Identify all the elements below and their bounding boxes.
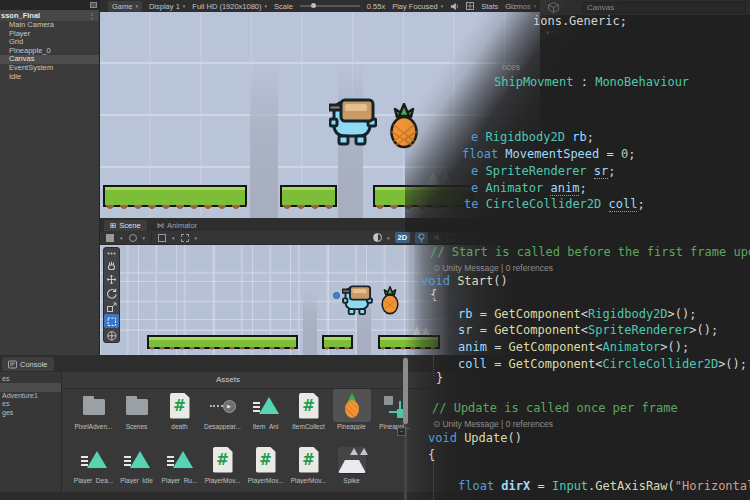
- asset-tile[interactable]: PlayerMov...: [244, 443, 287, 484]
- asset-label: PlayerMov...: [287, 477, 330, 484]
- asset-label: Spike: [330, 477, 373, 484]
- move-icon: [106, 274, 117, 285]
- tool-snap-icon[interactable]: [158, 234, 166, 242]
- scale-slider[interactable]: [300, 5, 360, 7]
- scene-root-row[interactable]: sson_Final ⋮: [0, 10, 99, 21]
- asset-tile[interactable]: Spike: [330, 443, 373, 484]
- asset-icon: [80, 393, 108, 419]
- project-tree-item[interactable]: es: [0, 375, 61, 383]
- hierarchy-item-label: Idle: [9, 72, 21, 81]
- tool-grid-icon[interactable]: [181, 234, 189, 242]
- display-dropdown[interactable]: Display 1 ▾: [149, 2, 185, 11]
- scale-icon: [106, 302, 117, 313]
- asset-icon: [252, 447, 280, 473]
- code-editor-overlay-top: [405, 0, 750, 232]
- project-tree-item[interactable]: [0, 383, 61, 391]
- asset-tile[interactable]: PlayerMov...: [287, 443, 330, 484]
- scene-tab-icon: ⊞: [110, 221, 116, 230]
- rotate-tool-button[interactable]: [104, 286, 119, 300]
- scale-value: 0.55x: [367, 2, 385, 11]
- shading-mode-icon[interactable]: [373, 233, 382, 242]
- rect-tool-icon: [106, 316, 117, 327]
- asset-label: Player_Ru...: [158, 477, 201, 484]
- asset-icon: [252, 393, 280, 419]
- grass-platform[interactable]: [322, 335, 353, 349]
- chevron-down-icon: ▾: [183, 3, 186, 9]
- asset-tile[interactable]: Pineapple: [330, 389, 373, 430]
- asset-tile[interactable]: PlayerMov...: [201, 443, 244, 484]
- tab-game-label: Game: [112, 2, 132, 11]
- chevron-down-icon: ▾: [120, 235, 123, 241]
- asset-label: ItemCollect: [287, 423, 330, 430]
- asset-label: PlayerMov...: [201, 477, 244, 484]
- panel-maximize-icon[interactable]: [90, 2, 97, 8]
- divider: [151, 233, 152, 243]
- grass-platform: [280, 185, 337, 207]
- asset-icon: [338, 393, 366, 419]
- scale-tool-button[interactable]: [104, 300, 119, 314]
- grass-platform: [103, 185, 247, 207]
- project-tree-item[interactable]: Adventure1: [0, 392, 61, 400]
- asset-grid-row1: PixelAdven... Scenes death Desappear... …: [72, 389, 416, 430]
- asset-grid-row2: Player_Dea... Player_Idle Player_Ru... P…: [72, 443, 373, 484]
- asset-tile[interactable]: ItemCollect: [287, 389, 330, 430]
- tab-console[interactable]: Console: [2, 357, 54, 371]
- project-tree: es Adventure1 es ges: [0, 372, 62, 492]
- move-handle-dot[interactable]: [333, 292, 340, 299]
- animator-tab-icon: ⋈: [157, 221, 165, 230]
- asset-label: PixelAdven...: [72, 423, 115, 430]
- view-options-button[interactable]: [104, 248, 119, 258]
- asset-label: death: [158, 423, 201, 430]
- move-tool-button[interactable]: [104, 272, 119, 286]
- breadcrumb[interactable]: Assets: [216, 375, 240, 384]
- resolution-dropdown[interactable]: Full HD (1920x1080) ▾: [192, 2, 267, 11]
- tool-global-icon[interactable]: [129, 234, 137, 242]
- more-menu-icon[interactable]: ⋮: [89, 10, 97, 21]
- hand-tool-button[interactable]: [104, 258, 119, 272]
- tab-animator[interactable]: ⋈ Animator: [151, 220, 204, 231]
- scene-tool-column: [103, 247, 120, 343]
- asset-tile[interactable]: Item_Ani: [244, 389, 287, 430]
- asset-label: PlayerMov...: [244, 477, 287, 484]
- tab-game[interactable]: Game ▾: [108, 1, 142, 12]
- asset-label: Item_Ani: [244, 423, 287, 430]
- scale-label: Scale: [274, 2, 293, 11]
- tab-scene[interactable]: ⊞ Scene: [104, 220, 147, 231]
- chevron-down-icon: ▾: [265, 3, 268, 9]
- asset-tile[interactable]: Scenes: [115, 389, 158, 430]
- chevron-down-icon: ▾: [172, 235, 175, 241]
- asset-tile[interactable]: death: [158, 389, 201, 430]
- scrollbar-thumb[interactable]: [403, 358, 408, 424]
- asset-label: Player_Idle: [115, 477, 158, 484]
- asset-tile[interactable]: PixelAdven...: [72, 389, 115, 430]
- project-tree-item[interactable]: es: [0, 400, 61, 408]
- asset-icon: [123, 393, 151, 419]
- asset-label: Scenes: [115, 423, 158, 430]
- asset-tile[interactable]: Player_Idle: [115, 443, 158, 484]
- hand-icon: [106, 260, 117, 271]
- tool-pivot-icon[interactable]: [106, 234, 114, 242]
- asset-tile[interactable]: Desappear...: [201, 389, 244, 430]
- scene-root-label: sson_Final: [1, 11, 40, 20]
- pineapple-sprite[interactable]: [380, 286, 400, 315]
- project-tree-item[interactable]: ges: [0, 409, 61, 417]
- rect-tool-button[interactable]: [104, 314, 119, 328]
- hierarchy-panel: sson_Final ⋮ Main Camera Player Grid Pin…: [0, 10, 100, 355]
- asset-label: Pineapple: [330, 423, 373, 430]
- chevron-down-icon: ▾: [143, 235, 146, 241]
- slider-knob[interactable]: [311, 3, 316, 8]
- chevron-down-icon: ▾: [135, 3, 138, 9]
- asset-icon: [166, 447, 194, 473]
- background-pillar: [303, 290, 317, 358]
- player-sprite[interactable]: [342, 282, 373, 316]
- asset-icon: [209, 393, 237, 419]
- asset-tile[interactable]: Player_Ru...: [158, 443, 201, 484]
- asset-tile[interactable]: Player_Dea...: [72, 443, 115, 484]
- asset-icon: [80, 447, 108, 473]
- asset-label: Player_Dea...: [72, 477, 115, 484]
- chevron-down-icon: ▾: [195, 235, 198, 241]
- transform-tool-button[interactable]: [104, 328, 119, 342]
- grass-platform[interactable]: [147, 335, 298, 349]
- hierarchy-item[interactable]: Idle: [0, 73, 99, 82]
- hierarchy-list: Main Camera Player Grid Pineapple_0 Canv…: [0, 21, 99, 81]
